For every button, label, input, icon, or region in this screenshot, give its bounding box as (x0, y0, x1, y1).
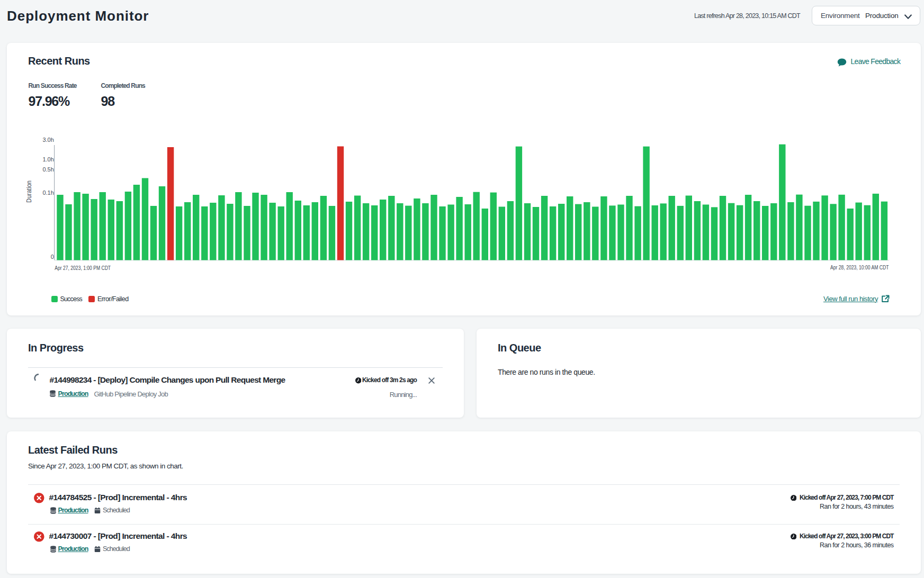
svg-text:0.5h: 0.5h (42, 166, 53, 173)
svg-text:1.0h: 1.0h (42, 156, 53, 162)
svg-text:Apr 28, 2023, 10:00 AM CDT: Apr 28, 2023, 10:00 AM CDT (830, 264, 889, 270)
svg-text:3.0h: 3.0h (42, 137, 53, 143)
svg-text:0: 0 (51, 254, 54, 260)
svg-text:0.1h: 0.1h (42, 189, 53, 196)
svg-text:Apr 27, 2023, 1:00 PM CDT: Apr 27, 2023, 1:00 PM CDT (55, 265, 111, 271)
svg-text:Duration: Duration (25, 180, 33, 203)
